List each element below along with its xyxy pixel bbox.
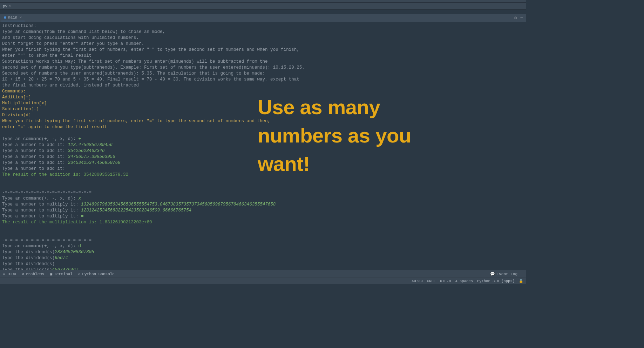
python-icon: ⌘: [78, 272, 81, 276]
editor-file-tab-label: py: [3, 4, 7, 8]
run-tab-label: main: [8, 15, 17, 20]
run-tab-main[interactable]: main ×: [1, 14, 25, 21]
editor-spacer: [0, 10, 526, 14]
tool-event-log[interactable]: 💬 Event Log: [490, 272, 517, 276]
window-top-bar: [0, 0, 526, 3]
status-indent[interactable]: 4 spaces: [455, 279, 473, 283]
tool-problems[interactable]: ⊘ Problems: [22, 272, 44, 276]
tool-label: TODO: [7, 272, 16, 276]
speech-bubble-icon: 💬: [490, 272, 495, 276]
close-icon[interactable]: ×: [19, 15, 22, 20]
status-line-ending[interactable]: CRLF: [427, 279, 436, 283]
tool-label: Terminal: [54, 272, 73, 276]
warning-icon: ⊘: [22, 272, 24, 276]
gear-icon[interactable]: ⚙: [514, 15, 517, 21]
run-tool-tabs: main × ⚙ —: [0, 14, 526, 22]
overlay-line: want!: [258, 149, 411, 178]
minimize-icon[interactable]: —: [520, 15, 523, 21]
run-config-icon: [4, 16, 6, 19]
run-tab-actions: ⚙ —: [514, 15, 523, 21]
overlay-line: numbers as you: [258, 121, 411, 149]
status-interpreter[interactable]: Python 3.8 (apps): [477, 279, 515, 283]
tool-terminal[interactable]: ▣ Terminal: [50, 272, 72, 276]
editor-file-tab[interactable]: py ×: [1, 4, 13, 9]
status-encoding[interactable]: UTF-8: [440, 279, 451, 283]
list-icon: ≡: [3, 272, 5, 276]
status-cursor-position[interactable]: 49:30: [412, 279, 423, 283]
tool-label: Event Log: [497, 272, 517, 276]
close-icon[interactable]: ×: [9, 4, 11, 8]
bottom-tool-panel: ≡ TODO ⊘ Problems ▣ Terminal ⌘ Python Co…: [0, 270, 526, 278]
status-bar: 49:30 CRLF UTF-8 4 spaces Python 3.8 (ap…: [0, 278, 526, 284]
lock-icon[interactable]: 🔒: [519, 279, 523, 283]
overlay-annotation: Use as many numbers as you want!: [258, 93, 411, 178]
tool-label: Python Console: [82, 272, 115, 276]
overlay-line: Use as many: [258, 93, 411, 121]
editor-file-tabs: py ×: [0, 3, 526, 10]
terminal-icon: ▣: [50, 272, 52, 276]
tool-label: Problems: [26, 272, 45, 276]
tool-todo[interactable]: ≡ TODO: [3, 272, 16, 276]
tool-python-console[interactable]: ⌘ Python Console: [78, 272, 115, 276]
